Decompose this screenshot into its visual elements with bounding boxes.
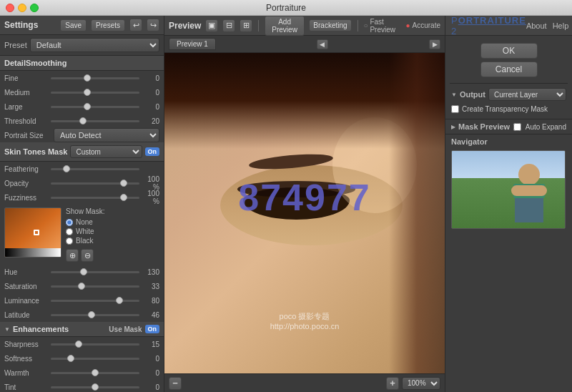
large-value: 0 xyxy=(139,103,159,111)
opacity-slider[interactable] xyxy=(51,182,139,185)
luminance-value: 80 xyxy=(139,297,159,305)
medium-value: 0 xyxy=(139,89,159,97)
watermark-number: 874977 xyxy=(238,176,371,219)
close-button[interactable] xyxy=(6,4,14,12)
use-mask-area: Use Mask On xyxy=(109,325,159,333)
minimize-button[interactable] xyxy=(18,4,26,12)
preset-select[interactable]: Default xyxy=(30,38,159,52)
fuzziness-slider-wrap xyxy=(51,192,139,202)
radio-black[interactable]: Black xyxy=(66,237,159,245)
hue-value: 130 xyxy=(139,268,159,276)
split-view-button[interactable]: ⊟ xyxy=(222,19,235,32)
luminance-slider-wrap xyxy=(51,295,139,305)
radio-none[interactable]: None xyxy=(66,218,159,226)
add-preview-button[interactable]: Add Preview xyxy=(265,16,305,36)
softness-slider[interactable] xyxy=(51,358,139,360)
nav-body xyxy=(515,187,543,222)
tint-slider[interactable] xyxy=(51,386,139,388)
param-fine: Fine 0 xyxy=(0,71,164,85)
none-option-label: None xyxy=(76,218,93,226)
color-gradient-box[interactable] xyxy=(4,207,61,258)
preset-label: Preset xyxy=(4,41,27,49)
mask-preview-section: ▶ Mask Preview Auto Expand xyxy=(445,119,572,134)
feathering-slider[interactable] xyxy=(51,168,139,170)
undo-button[interactable]: ↩ xyxy=(129,19,142,31)
redo-button[interactable]: ↪ xyxy=(147,19,159,31)
radio-white-input[interactable] xyxy=(66,228,73,235)
param-fuzziness: Fuzziness 100 % xyxy=(0,190,164,205)
maximize-button[interactable] xyxy=(30,4,39,12)
feathering-slider-wrap xyxy=(51,164,139,174)
skin-tones-mask-header: Skin Tones Mask Custom On xyxy=(0,142,164,162)
eyedrop-remove-button[interactable]: ⊖ xyxy=(81,249,94,262)
enhancements-label: Enhancements xyxy=(13,325,69,333)
sharpness-value: 15 xyxy=(139,340,159,348)
luminance-slider[interactable] xyxy=(51,300,139,302)
output-collapse-icon: ▼ xyxy=(451,92,457,98)
param-latitude: Latitude 46 xyxy=(0,308,164,322)
prev-arrow[interactable]: ◀ xyxy=(317,39,328,49)
enhancements-collapse-icon: ▼ xyxy=(4,326,10,333)
window-title: Portraiture xyxy=(266,3,306,13)
zoom-select[interactable]: 100% 50% 200% xyxy=(402,377,440,390)
about-menu-item[interactable]: About xyxy=(526,21,547,30)
hue-slider-wrap xyxy=(51,267,139,277)
toolbar-separator-2 xyxy=(358,20,358,31)
skin-tones-select[interactable]: Custom xyxy=(70,145,142,158)
navigator-label: Navigator xyxy=(451,137,566,146)
hue-slider[interactable] xyxy=(51,271,139,273)
titlebar: Portraiture xyxy=(0,0,572,16)
radio-none-input[interactable] xyxy=(66,219,73,226)
radio-black-input[interactable] xyxy=(66,237,73,245)
presets-button[interactable]: Presets xyxy=(91,19,125,31)
main-layout: Settings Save Presets ↩ ↪ Preset Default… xyxy=(0,16,572,392)
large-slider-wrap xyxy=(51,102,139,112)
grid-view-button[interactable]: ⊞ xyxy=(240,19,252,32)
output-select[interactable]: Current Layer New Layer xyxy=(488,88,566,101)
large-slider[interactable] xyxy=(51,106,139,108)
preview-toolbar-title: Preview xyxy=(169,21,201,31)
navigator-thumbnail[interactable] xyxy=(451,150,566,229)
threshold-slider[interactable] xyxy=(51,120,139,122)
single-view-button[interactable]: ▣ xyxy=(205,19,218,32)
help-menu-item[interactable]: Help xyxy=(553,21,569,30)
preview-tab-1[interactable]: Preview 1 xyxy=(169,38,216,50)
auto-expand-checkbox[interactable] xyxy=(513,123,521,131)
enhancements-header[interactable]: ▼ Enhancements Use Mask On xyxy=(0,322,164,337)
zoom-in-button[interactable]: + xyxy=(386,377,399,390)
fuzziness-slider[interactable] xyxy=(51,197,139,199)
left-panel: Settings Save Presets ↩ ↪ Preset Default… xyxy=(0,16,164,392)
white-option-label: White xyxy=(76,227,94,235)
portrait-size-select[interactable]: Auto Detect xyxy=(54,128,159,142)
create-transparency-checkbox[interactable] xyxy=(451,105,459,113)
use-mask-label: Use Mask xyxy=(109,325,142,333)
watermark-text-line1: poco 摄影专题 xyxy=(270,311,340,322)
fine-slider[interactable] xyxy=(51,77,139,79)
show-mask-area: Show Mask: None White Black ⊕ xyxy=(66,207,159,262)
saturation-slider[interactable] xyxy=(51,285,139,288)
sharpness-slider[interactable] xyxy=(51,343,139,346)
next-arrow[interactable]: ▶ xyxy=(429,39,440,49)
mask-preview-collapse-icon: ▶ xyxy=(451,124,455,130)
nav-hands xyxy=(511,185,547,196)
cancel-button[interactable]: Cancel xyxy=(480,62,538,77)
save-button[interactable]: Save xyxy=(60,19,87,31)
right-panel: PORTRAITURE 2 About Help OK Cancel ▼ Out… xyxy=(445,16,572,392)
accurate-radio: ● Accurate xyxy=(405,21,440,29)
fine-slider-wrap xyxy=(51,73,139,83)
param-tint: Tint 0 xyxy=(0,380,164,392)
zoom-out-button[interactable]: − xyxy=(169,377,182,390)
use-mask-on-badge: On xyxy=(145,325,160,333)
output-header: ▼ Output Current Layer New Layer xyxy=(451,88,566,101)
opacity-slider-wrap xyxy=(51,178,139,188)
fine-label: Fine xyxy=(4,74,51,82)
warmth-slider[interactable] xyxy=(51,372,139,374)
radio-white[interactable]: White xyxy=(66,227,159,235)
preview-toolbar: Preview ▣ ⊟ ⊞ Add Preview Bracketing ○ F… xyxy=(164,16,445,36)
ok-button[interactable]: OK xyxy=(480,43,538,59)
eyedrop-add-button[interactable]: ⊕ xyxy=(66,249,79,262)
latitude-slider[interactable] xyxy=(51,314,139,316)
param-sharpness: Sharpness 15 xyxy=(0,337,164,351)
bracketing-button[interactable]: Bracketing xyxy=(309,19,351,31)
medium-slider[interactable] xyxy=(51,92,139,94)
